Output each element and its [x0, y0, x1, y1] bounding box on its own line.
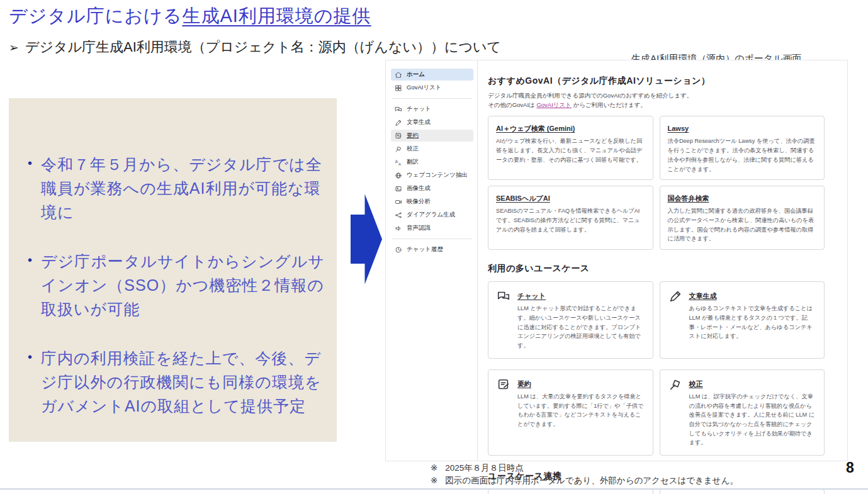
card-title-link[interactable]: SEABISヘルプAI: [496, 194, 550, 203]
section-heading-usecases: 利用の多いユースケース: [488, 263, 825, 274]
arrowhead-icon: ➢: [9, 41, 19, 54]
card-ai-web-search[interactable]: AI＋ウェブ検索 (Gemini) AIがウェブ検索を行い、最新ニュースなどを反…: [488, 116, 653, 180]
footnote-line: ※図示の画面は庁内専用ポータルであり、外部からのアクセスはできません。: [431, 474, 738, 487]
list-item: • デジ庁ポータルサイトからシングルサインオン（SSO）かつ機密性２情報の取扱い…: [28, 249, 325, 321]
sidebar-item-govai-list[interactable]: GovAIリスト: [391, 82, 473, 94]
card-diet-answer-search[interactable]: 国会答弁検索 入力した質問に関連する過去の政府答弁を、国会議事録の公式データベー…: [660, 186, 825, 250]
svg-text:あ: あ: [395, 159, 399, 164]
bullet-icon: •: [28, 350, 32, 418]
sidebar-item-proofread[interactable]: 校正: [391, 143, 473, 155]
recommended-grid-row2: SEABISヘルプAI SEABISのマニュアル・FAQを情報検索できるヘルプA…: [488, 186, 825, 250]
pencil-icon: [395, 119, 402, 126]
card-title-link[interactable]: 要約: [517, 379, 531, 389]
sidebar-item-web-extract[interactable]: ウェブコンテンツ抽出: [391, 169, 473, 181]
chat-icon: [395, 106, 402, 113]
card-title-link[interactable]: AI＋ウェブ検索 (Gemini): [496, 124, 575, 133]
sidebar-item-home[interactable]: ホーム: [391, 69, 473, 81]
summary-icon: [496, 378, 511, 391]
sidebar-item-diagram-generation[interactable]: ダイアグラム生成: [391, 209, 473, 221]
card-title-link[interactable]: 文章生成: [689, 291, 717, 301]
page-number: 8: [846, 459, 854, 476]
list-item: • 令和７年５月から、デジタル庁では全職員が業務への生成AI利用が可能な環境に: [28, 152, 325, 224]
pencil-icon: [668, 289, 683, 303]
home-icon: [395, 71, 402, 79]
sidebar-item-speech-recognition[interactable]: 音声認識: [391, 222, 473, 234]
combo-grid: ブログ記事作成 複数のユースケースを組み合わせて、ブログ記事を生成します。記事の…: [488, 489, 825, 494]
page-title-plain: デジタル庁における: [9, 6, 182, 26]
svg-text:A: A: [398, 162, 401, 166]
sidebar: ホーム GovAIリスト チャット 文章生成 要約 校正 あA 翻訳: [386, 60, 478, 461]
translate-icon: あA: [395, 159, 402, 166]
sidebar-item-text-generation[interactable]: 文章生成: [391, 116, 473, 128]
bullet-icon: •: [28, 156, 32, 224]
sidebar-item-chat[interactable]: チャット: [391, 103, 473, 115]
highlight-box: • 令和７年５月から、デジタル庁では全職員が業務への生成AI利用が可能な環境に …: [9, 98, 337, 442]
bottom-divider: [0, 488, 868, 490]
history-icon: [395, 246, 402, 254]
right-block-arrow-icon: [351, 190, 382, 288]
card-blog-article[interactable]: ブログ記事作成 複数のユースケースを組み合わせて、ブログ記事を生成します。記事の…: [488, 489, 653, 494]
sidebar-item-image-generation[interactable]: 画像生成: [391, 182, 473, 194]
sidebar-item-summary[interactable]: 要約: [391, 130, 473, 142]
card-usecase-proofread[interactable]: 校正 LLM は、誤字脱字のチェックだけでなく、文章の流れや内容を考慮したより客…: [660, 369, 825, 456]
video-icon: [395, 198, 402, 206]
slide-subtitle: ➢デジタル庁生成AI利用環境（プロジェクト名：源内（げんない））について: [9, 38, 501, 57]
sidebar-item-translate[interactable]: あA 翻訳: [391, 156, 473, 168]
card-meeting-minutes[interactable]: 議事録作成 複数のユースケースを組み合わせて、会議の録音データから議事録を自動作…: [660, 489, 825, 494]
card-title-link[interactable]: チャット: [517, 291, 546, 301]
footnotes: ※2025年８月８日時点 ※図示の画面は庁内専用ポータルであり、外部からのアクセ…: [431, 462, 738, 486]
govai-list-link[interactable]: GovAIリスト: [536, 101, 572, 108]
usecase-grid: チャット LLM とチャット形式で対話することができます。細かいユースケースや新…: [488, 281, 825, 456]
card-usecase-summary[interactable]: 要約 LLM は、大量の文章を要約するタスクを得意としています。要約する際に「1…: [488, 369, 653, 456]
highlight-list: • 令和７年５月から、デジタル庁では全職員が業務への生成AI利用が可能な環境に …: [9, 98, 337, 418]
footnote-line: ※2025年８月８日時点: [431, 462, 738, 474]
sidebar-item-chat-history[interactable]: チャット履歴: [391, 244, 473, 255]
speech-icon: [395, 225, 402, 232]
list-item: • 庁内の利用検証を経た上で、今後、デジ庁以外の行政機関にも同様の環境をガバメン…: [28, 346, 325, 418]
card-usecase-text-generation[interactable]: 文章生成 あらゆるコンテキストで文章を生成することは LLM が最も得意とするタ…: [660, 281, 825, 359]
proofread-icon: [668, 378, 683, 391]
card-title-link[interactable]: Lawsy: [668, 125, 689, 132]
sidebar-item-video-analysis[interactable]: 映像分析: [391, 196, 473, 208]
sidebar-divider: [392, 239, 472, 239]
card-lawsy[interactable]: Lawsy 法令Deep Researchツール Lawsy を使って、法令の調…: [660, 116, 825, 180]
recommended-grid-row1: AI＋ウェブ検索 (Gemini) AIがウェブ検索を行い、最新ニュースなどを反…: [488, 116, 825, 180]
portal-main: おすすめGovAI（デジタル庁作成AIソリューション） デジタル庁職員全員が利用…: [478, 60, 847, 461]
page-title-underlined: 生成AI利用環境の提供: [182, 6, 371, 26]
bullet-icon: •: [28, 253, 32, 321]
card-title-link[interactable]: 国会答弁検索: [668, 194, 709, 203]
card-usecase-chat[interactable]: チャット LLM とチャット形式で対話することができます。細かいユースケースや新…: [488, 281, 653, 359]
card-title-link[interactable]: 校正: [689, 379, 703, 389]
diagram-icon: [395, 211, 402, 219]
summary-icon: [395, 132, 402, 140]
page-title: デジタル庁における生成AI利用環境の提供: [9, 4, 371, 29]
globe-icon: [395, 172, 402, 179]
proofread-icon: [395, 145, 402, 153]
sidebar-divider: [392, 98, 472, 99]
grid-icon: [395, 84, 402, 92]
section-heading-recommended: おすすめGovAI（デジタル庁作成AIソリューション）: [488, 76, 825, 87]
recommended-intro: デジタル庁職員全員が利用できる源内でのGovAIのおすすめを紹介します。 その他…: [488, 91, 825, 109]
image-icon: [395, 185, 402, 193]
portal-screenshot: ホーム GovAIリスト チャット 文章生成 要約 校正 あA 翻訳: [385, 60, 848, 461]
card-seabis-help-ai[interactable]: SEABISヘルプAI SEABISのマニュアル・FAQを情報検索できるヘルプA…: [488, 186, 653, 250]
chat-icon: [496, 289, 511, 303]
